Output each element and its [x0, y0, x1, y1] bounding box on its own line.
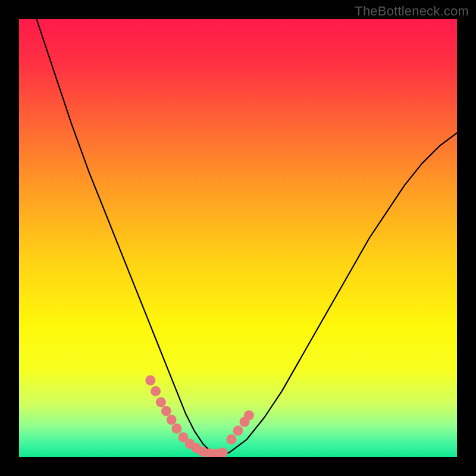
marker-left-branch-markers [145, 375, 155, 386]
chart-frame: TheBottleneck.com [0, 0, 476, 476]
marker-right-branch-markers [244, 411, 254, 421]
marker-left-branch-markers [161, 406, 171, 416]
marker-right-branch-markers [226, 434, 236, 444]
curve-layer [19, 19, 457, 457]
marker-left-branch-markers [156, 397, 166, 408]
series-bottleneck-curve [36, 19, 457, 455]
watermark-label: TheBottleneck.com [355, 4, 469, 19]
marker-left-branch-markers [151, 386, 161, 396]
marker-left-branch-markers [171, 424, 181, 434]
marker-right-branch-markers [233, 425, 243, 436]
marker-trough-markers [218, 447, 228, 457]
plot-area [19, 19, 457, 457]
marker-left-branch-markers [167, 415, 177, 425]
